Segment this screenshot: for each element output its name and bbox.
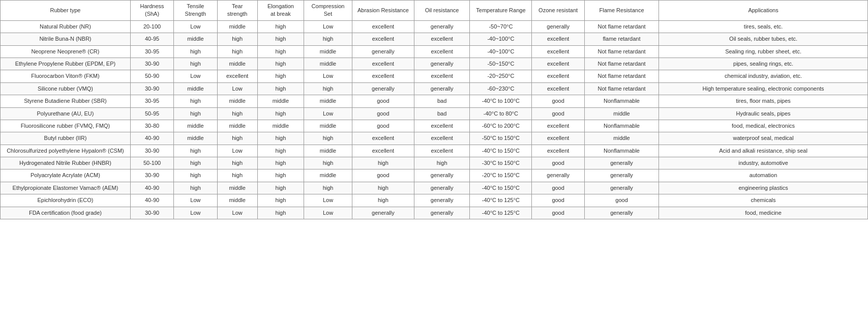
cell-flame: middle xyxy=(584,107,659,120)
cell-ozone: generally xyxy=(532,20,585,33)
cell-compression: middle xyxy=(304,169,352,182)
cell-ozone: excellent xyxy=(532,58,585,70)
cell-elongation: high xyxy=(257,157,304,169)
cell-tear: middle xyxy=(217,20,257,33)
cell-abrasion: good xyxy=(352,120,414,132)
cell-compression: middle xyxy=(304,145,352,157)
cell-elongation: middle xyxy=(257,120,304,132)
cell-tensile: middle xyxy=(174,132,217,145)
table-row: Polyurethane (AU, EU)50-95highhighhighLo… xyxy=(1,107,868,120)
cell-compression: high xyxy=(304,82,352,95)
cell-compression: Low xyxy=(304,70,352,82)
cell-flame: Not flame retardant xyxy=(584,45,659,58)
cell-ozone: good xyxy=(532,207,585,219)
cell-hardness: 30-90 xyxy=(130,169,173,182)
cell-rubber: FDA certification (food grade) xyxy=(1,207,131,219)
cell-temp: -60°C to 200°C xyxy=(470,120,532,132)
cell-oil: generally xyxy=(414,169,470,182)
cell-tear: middle xyxy=(217,182,257,194)
cell-flame: middle xyxy=(584,132,659,145)
cell-tensile: high xyxy=(174,169,217,182)
cell-flame: Not flame retardant xyxy=(584,82,659,95)
cell-tensile: high xyxy=(174,182,217,194)
cell-flame: generally xyxy=(584,157,659,169)
table-row: Epichlorohydrin (ECO)40-90LowmiddlehighL… xyxy=(1,194,868,207)
cell-ozone: generally xyxy=(532,169,585,182)
cell-rubber: Chlorosulfurized polyethylene Hypalon® (… xyxy=(1,145,131,157)
cell-compression: Low xyxy=(304,107,352,120)
cell-rubber: Natural Rubber (NR) xyxy=(1,20,131,33)
cell-temp: -60~230°C xyxy=(470,82,532,95)
cell-hardness: 20-100 xyxy=(130,20,173,33)
cell-hardness: 30-95 xyxy=(130,95,173,107)
cell-oil: excellent xyxy=(414,145,470,157)
cell-applications: tires, seals, etc. xyxy=(659,20,868,33)
cell-flame: generally xyxy=(584,207,659,219)
cell-hardness: 40-90 xyxy=(130,182,173,194)
table-row: Ethylpropionate Elastomer Vamac® (AEM)40… xyxy=(1,182,868,194)
cell-oil: excellent xyxy=(414,45,470,58)
cell-abrasion: excellent xyxy=(352,145,414,157)
header-ozone: Ozone resistant xyxy=(532,1,585,21)
cell-oil: excellent xyxy=(414,33,470,45)
cell-tensile: middle xyxy=(174,120,217,132)
cell-oil: generally xyxy=(414,207,470,219)
cell-rubber: Polyacrylate Acrylate (ACM) xyxy=(1,169,131,182)
cell-temp: -20°C to 150°C xyxy=(470,169,532,182)
cell-applications: engineering plastics xyxy=(659,182,868,194)
table-row: Nitrile Buna-N (NBR)40-95middlehighhighh… xyxy=(1,33,868,45)
cell-tensile: middle xyxy=(174,33,217,45)
cell-temp: -50~150°C xyxy=(470,58,532,70)
cell-hardness: 30-90 xyxy=(130,82,173,95)
cell-flame: Not flame retardant xyxy=(584,70,659,82)
cell-oil: generally xyxy=(414,20,470,33)
cell-temp: -20~250°C xyxy=(470,70,532,82)
cell-rubber: Epichlorohydrin (ECO) xyxy=(1,194,131,207)
cell-flame: flame retardant xyxy=(584,33,659,45)
cell-abrasion: excellent xyxy=(352,70,414,82)
cell-elongation: high xyxy=(257,169,304,182)
header-abrasion: Abrasion Resistance xyxy=(352,1,414,21)
cell-abrasion: excellent xyxy=(352,33,414,45)
cell-flame: Not flame retardant xyxy=(584,58,659,70)
cell-tear: middle xyxy=(217,120,257,132)
cell-rubber: Neoprene Neoprene® (CR) xyxy=(1,45,131,58)
cell-hardness: 40-90 xyxy=(130,194,173,207)
cell-temp: -40°C to 80°C xyxy=(470,107,532,120)
cell-ozone: excellent xyxy=(532,70,585,82)
cell-compression: middle xyxy=(304,45,352,58)
cell-ozone: good xyxy=(532,182,585,194)
cell-tear: high xyxy=(217,107,257,120)
table-row: Polyacrylate Acrylate (ACM)30-90highhigh… xyxy=(1,169,868,182)
cell-ozone: good xyxy=(532,194,585,207)
cell-abrasion: generally xyxy=(352,45,414,58)
cell-abrasion: good xyxy=(352,107,414,120)
cell-oil: bad xyxy=(414,95,470,107)
table-row: Neoprene Neoprene® (CR)30-95highhighhigh… xyxy=(1,45,868,58)
cell-rubber: Ethylpropionate Elastomer Vamac® (AEM) xyxy=(1,182,131,194)
cell-elongation: high xyxy=(257,182,304,194)
table-row: Silicone rubber (VMQ)30-90middleLowhighh… xyxy=(1,82,868,95)
cell-hardness: 30-95 xyxy=(130,45,173,58)
cell-temp: -40~100°C xyxy=(470,45,532,58)
cell-oil: generally xyxy=(414,182,470,194)
header-tear: Tearstrength xyxy=(217,1,257,21)
cell-tensile: Low xyxy=(174,207,217,219)
table-row: Fluorocarbon Viton® (FKM)50-90Lowexcelle… xyxy=(1,70,868,82)
cell-tear: middle xyxy=(217,95,257,107)
cell-tear: high xyxy=(217,169,257,182)
cell-oil: excellent xyxy=(414,70,470,82)
header-flame: Flame Resistance xyxy=(584,1,659,21)
cell-oil: high xyxy=(414,157,470,169)
cell-hardness: 50-90 xyxy=(130,70,173,82)
cell-applications: food, medical, electronics xyxy=(659,120,868,132)
cell-hardness: 40-90 xyxy=(130,132,173,145)
cell-tear: middle xyxy=(217,194,257,207)
cell-compression: middle xyxy=(304,95,352,107)
cell-rubber: Silicone rubber (VMQ) xyxy=(1,82,131,95)
cell-ozone: good xyxy=(532,157,585,169)
cell-abrasion: good xyxy=(352,169,414,182)
cell-rubber: Ethylene Propylene Rubber (EPDM, EP) xyxy=(1,58,131,70)
cell-flame: good xyxy=(584,194,659,207)
cell-abrasion: good xyxy=(352,95,414,107)
